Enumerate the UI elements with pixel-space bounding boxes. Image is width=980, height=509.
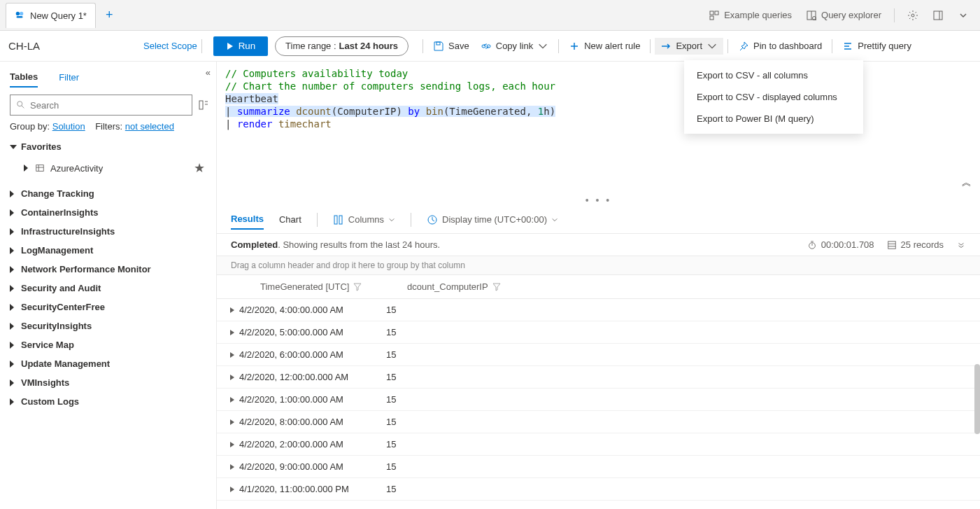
table-row[interactable]: 4/2/2020, 12:00:00.000 AM15 (217, 366, 980, 389)
sidebar-item[interactable]: SecurityCenterFree (10, 298, 209, 316)
expand-row-button[interactable] (225, 351, 239, 358)
expand-down-icon[interactable] (956, 240, 966, 250)
sidebar-item[interactable]: Custom Logs (10, 392, 209, 411)
query-tab[interactable]: New Query 1* (6, 3, 96, 28)
columns-icon (333, 214, 344, 225)
svg-point-1 (20, 12, 23, 15)
query-explorer-button[interactable]: Query explorer (800, 7, 887, 24)
copy-link-button[interactable]: Copy link (475, 38, 554, 55)
table-row[interactable]: 4/2/2020, 4:00:00.000 AM15 (217, 299, 980, 321)
expand-row-button[interactable] (225, 441, 239, 448)
sidebar-item[interactable]: Network Performance Monitor (10, 260, 209, 279)
sidebar-item[interactable]: InfrastructureInsights (10, 222, 209, 241)
pin-icon (738, 41, 749, 52)
results-tab[interactable]: Results (231, 209, 264, 230)
search-input[interactable] (30, 100, 186, 111)
export-button[interactable]: Export (655, 38, 723, 55)
save-button[interactable]: Save (427, 38, 475, 55)
example-queries-button[interactable]: Example queries (703, 7, 797, 24)
expand-row-button[interactable] (225, 486, 239, 493)
expand-row-button[interactable] (225, 329, 239, 336)
export-powerbi[interactable]: Export to Power BI (M query) (684, 108, 863, 130)
expand-row-button[interactable] (225, 307, 239, 314)
table-row[interactable]: 4/1/2020, 11:00:00.000 PM15 (217, 478, 980, 501)
sidebar-tab-tables[interactable]: Tables (10, 67, 38, 88)
caret-right-icon (10, 285, 14, 292)
table-row[interactable]: 4/2/2020, 5:00:00.000 AM15 (217, 321, 980, 344)
collapse-editor-button[interactable]: ︽ (962, 176, 972, 189)
play-icon (226, 42, 234, 50)
chart-tab[interactable]: Chart (279, 210, 301, 229)
sidebar-item[interactable]: Security and Audit (10, 279, 209, 298)
sidebar-item[interactable]: Update Management (10, 354, 209, 373)
scrollbar-thumb[interactable] (974, 364, 980, 434)
query-editor[interactable]: // Computers availability today // Chart… (217, 62, 980, 195)
svg-rect-13 (436, 42, 440, 45)
expand-row-button[interactable] (225, 396, 239, 403)
favorite-item-azureactivity[interactable]: AzureActivity ★ (10, 158, 209, 184)
settings-button[interactable] (902, 7, 924, 24)
caret-right-icon (10, 361, 14, 368)
chevron-down-button[interactable] (952, 7, 974, 24)
columns-button[interactable]: Columns (333, 214, 395, 225)
favorites-section[interactable]: Favorites (10, 141, 209, 152)
cell-timegenerated: 4/2/2020, 4:00:00.000 AM (239, 305, 386, 315)
caret-right-icon (10, 209, 14, 216)
table-row[interactable]: 4/2/2020, 8:00:00.000 AM15 (217, 411, 980, 433)
sidebar-item[interactable]: ContainerInsights (10, 203, 209, 222)
sidebar-item[interactable]: Service Map (10, 335, 209, 354)
pin-to-dashboard-button[interactable]: Pin to dashboard (732, 38, 828, 55)
cell-dcount: 15 (386, 484, 505, 494)
svg-rect-4 (715, 11, 718, 15)
caret-right-icon (24, 165, 28, 172)
sidebar-item[interactable]: SecurityInsights (10, 316, 209, 335)
sidebar-item[interactable]: VMInsights (10, 373, 209, 392)
filter-icon[interactable] (492, 283, 501, 291)
select-scope-link[interactable]: Select Scope (143, 41, 197, 51)
panel-layout-button[interactable] (927, 7, 949, 24)
export-csv-all[interactable]: Export to CSV - all columns (684, 64, 863, 86)
toggle-preview-icon[interactable] (198, 99, 209, 111)
expand-row-button[interactable] (225, 374, 239, 381)
star-icon[interactable]: ★ (194, 160, 205, 176)
prettify-query-button[interactable]: Prettify query (837, 38, 917, 55)
collapse-sidebar-button[interactable]: « (206, 67, 211, 78)
table-row[interactable]: 4/2/2020, 9:00:00.000 AM15 (217, 456, 980, 478)
run-button[interactable]: Run (213, 36, 268, 56)
filters-value[interactable]: not selected (125, 121, 174, 132)
cell-dcount: 15 (386, 327, 505, 337)
caret-right-icon (10, 398, 14, 405)
sidebar-item[interactable]: Change Tracking (10, 184, 209, 203)
svg-rect-24 (334, 216, 337, 224)
new-alert-rule-button[interactable]: New alert rule (563, 38, 646, 55)
column-header-dcount[interactable]: dcount_ComputerIP (397, 281, 516, 292)
export-csv-displayed[interactable]: Export to CSV - displayed columns (684, 86, 863, 108)
stopwatch-icon (807, 240, 817, 250)
time-range-picker[interactable]: Time range : Last 24 hours (275, 36, 409, 56)
svg-rect-28 (888, 241, 895, 249)
search-icon (16, 100, 26, 110)
splitter-handle[interactable]: • • • (217, 195, 980, 206)
chevron-down-icon (551, 216, 558, 223)
column-header-timegenerated[interactable]: TimeGenerated [UTC] (250, 281, 397, 292)
query-explorer-icon (806, 10, 817, 21)
add-tab-button[interactable]: + (99, 8, 120, 22)
group-by-value[interactable]: Solution (52, 121, 85, 132)
svg-point-16 (17, 102, 22, 106)
display-time-button[interactable]: Display time (UTC+00:00) (427, 214, 558, 225)
chevron-down-icon (537, 41, 548, 52)
filter-icon[interactable] (353, 283, 362, 291)
sidebar-tab-filter[interactable]: Filter (59, 68, 79, 87)
svg-rect-11 (934, 11, 942, 20)
table-row[interactable]: 4/2/2020, 1:00:00.000 AM15 (217, 389, 980, 411)
sidebar-search[interactable] (10, 95, 192, 116)
export-icon (660, 41, 672, 52)
sidebar-item[interactable]: LogManagement (10, 241, 209, 260)
expand-row-button[interactable] (225, 419, 239, 426)
table-row[interactable]: 4/2/2020, 2:00:00.000 AM15 (217, 433, 980, 456)
expand-row-button[interactable] (225, 463, 239, 470)
group-hint[interactable]: Drag a column header and drop it here to… (217, 256, 980, 275)
cell-timegenerated: 4/2/2020, 2:00:00.000 AM (239, 439, 386, 449)
table-row[interactable]: 4/2/2020, 6:00:00.000 AM15 (217, 344, 980, 366)
cell-dcount: 15 (386, 439, 505, 449)
